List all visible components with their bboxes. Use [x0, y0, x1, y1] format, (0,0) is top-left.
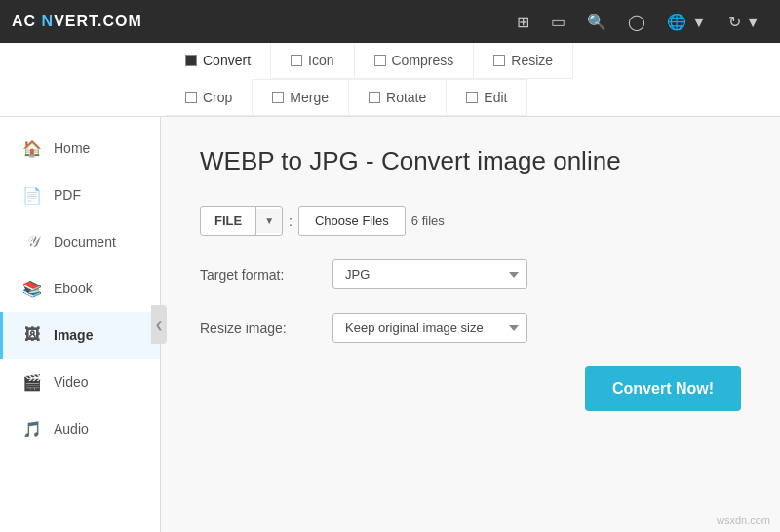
- home-icon: 🏠: [22, 138, 42, 158]
- colon: :: [289, 213, 292, 229]
- language-icon-btn[interactable]: 🌐 ▼: [659, 9, 714, 35]
- resize-checkbox: [493, 55, 505, 66]
- crop-checkbox: [185, 92, 197, 103]
- toolbar-item-compress[interactable]: Compress: [355, 43, 475, 79]
- sidebar-item-audio[interactable]: 🎵 Audio: [0, 405, 160, 452]
- toolbar-item-convert[interactable]: Convert: [166, 43, 271, 79]
- target-format-row: Target format: JPG PNG WEBP GIF BMP ICO: [200, 259, 741, 289]
- file-row: FILE ▼ : Choose Files 6 files: [200, 206, 741, 236]
- rotate-checkbox: [369, 92, 380, 103]
- sidebar-item-pdf[interactable]: 📄 PDF: [0, 171, 160, 218]
- toolbar-label-resize: Resize: [511, 53, 553, 68]
- document-icon: 𝒴: [22, 232, 42, 251]
- content-area: WEBP to JPG - Convert image online FILE …: [161, 117, 780, 532]
- toolbar-item-crop[interactable]: Crop: [166, 79, 253, 116]
- resize-image-row: Resize image: Keep original image size C…: [200, 313, 741, 343]
- topnav: AC NVERT.COM ⊞ ▭ 🔍 ◯ 🌐 ▼ ↻ ▼: [0, 0, 780, 43]
- toolbar: Convert Icon Compress Resize Crop Merge …: [0, 43, 780, 117]
- toolbar-label-edit: Edit: [484, 90, 507, 105]
- sidebar-label-ebook: Ebook: [54, 281, 93, 296]
- toolbar-item-edit[interactable]: Edit: [447, 79, 527, 116]
- sidebar-item-image[interactable]: 🖼 Image: [0, 312, 160, 359]
- sidebar-label-image: Image: [54, 327, 93, 343]
- logo-highlight: N: [42, 13, 55, 29]
- file-type-dropdown-arrow[interactable]: ▼: [256, 209, 282, 233]
- file-type-btn[interactable]: FILE ▼: [200, 206, 283, 236]
- audio-icon: 🎵: [22, 419, 42, 438]
- resize-image-select[interactable]: Keep original image size Custom size Per…: [332, 313, 527, 343]
- sidebar-item-document[interactable]: 𝒴 Document: [0, 218, 160, 265]
- edit-checkbox: [466, 92, 478, 103]
- file-input-group: FILE ▼ : Choose Files 6 files: [200, 206, 445, 236]
- toolbar-item-rotate[interactable]: Rotate: [349, 79, 447, 116]
- topnav-icons: ⊞ ▭ 🔍 ◯ 🌐 ▼ ↻ ▼: [509, 9, 768, 35]
- watermark: wsxdn.com: [717, 514, 770, 526]
- logo: AC NVERT.COM: [12, 13, 142, 30]
- ebook-icon: 📚: [22, 279, 42, 298]
- file-type-label: FILE: [201, 207, 256, 235]
- choose-files-button[interactable]: Choose Files: [298, 206, 406, 236]
- sidebar-item-home[interactable]: 🏠 Home: [0, 125, 160, 171]
- toolbar-label-convert: Convert: [203, 53, 251, 68]
- sidebar-toggle[interactable]: ❮: [151, 305, 167, 344]
- grid-icon-btn[interactable]: ⊞: [509, 9, 537, 35]
- toolbar-rows: Convert Icon Compress Resize Crop Merge …: [166, 43, 614, 116]
- compress-checkbox: [374, 55, 386, 66]
- files-count: 6 files: [411, 213, 445, 228]
- convert-checkbox: [185, 55, 197, 66]
- target-format-label: Target format:: [200, 267, 317, 283]
- convert-now-button[interactable]: Convert Now!: [585, 366, 741, 411]
- refresh-icon-btn[interactable]: ↻ ▼: [721, 9, 768, 35]
- mobile-icon-btn[interactable]: ▭: [543, 9, 573, 35]
- sidebar-label-audio: Audio: [54, 421, 89, 437]
- merge-checkbox: [272, 92, 284, 103]
- toolbar-label-crop: Crop: [203, 90, 232, 105]
- convert-btn-wrap: Convert Now!: [200, 366, 741, 411]
- toolbar-label-icon: Icon: [308, 53, 333, 68]
- help-icon-btn[interactable]: ◯: [620, 9, 653, 35]
- sidebar: 🏠 Home 📄 PDF 𝒴 Document 📚 Ebook 🖼 Image …: [0, 117, 161, 532]
- toolbar-item-icon[interactable]: Icon: [271, 43, 354, 79]
- target-format-select[interactable]: JPG PNG WEBP GIF BMP ICO: [332, 259, 527, 289]
- image-icon: 🖼: [22, 325, 42, 345]
- icon-checkbox: [291, 55, 302, 66]
- main-area: 🏠 Home 📄 PDF 𝒴 Document 📚 Ebook 🖼 Image …: [0, 117, 780, 532]
- toolbar-label-compress: Compress: [392, 53, 454, 68]
- sidebar-label-document: Document: [54, 234, 116, 249]
- search-icon-btn[interactable]: 🔍: [579, 9, 614, 35]
- toolbar-label-merge: Merge: [290, 90, 329, 105]
- sidebar-item-ebook[interactable]: 📚 Ebook: [0, 265, 160, 312]
- sidebar-label-home: Home: [54, 140, 90, 156]
- toolbar-item-merge[interactable]: Merge: [253, 79, 349, 116]
- toolbar-label-rotate: Rotate: [386, 90, 426, 105]
- sidebar-label-video: Video: [54, 374, 89, 390]
- resize-image-label: Resize image:: [200, 321, 317, 336]
- page-title: WEBP to JPG - Convert image online: [200, 146, 741, 176]
- toolbar-item-resize[interactable]: Resize: [474, 43, 573, 79]
- pdf-icon: 📄: [22, 185, 42, 205]
- video-icon: 🎬: [22, 372, 42, 392]
- sidebar-label-pdf: PDF: [54, 187, 81, 203]
- sidebar-item-video[interactable]: 🎬 Video: [0, 359, 160, 405]
